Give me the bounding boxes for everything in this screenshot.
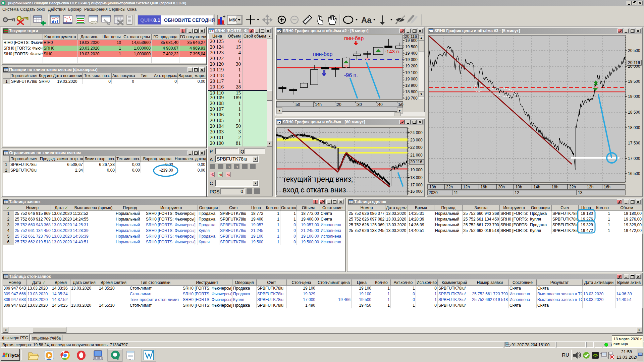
svg-text:17 000: 17 000 bbox=[628, 156, 640, 161]
svg-text:18h: 18h bbox=[552, 185, 558, 189]
svg-text::50: :50 bbox=[294, 102, 300, 107]
svg-text:23 000: 23 000 bbox=[410, 138, 423, 142]
svg-text:M60: M60 bbox=[229, 17, 237, 22]
svg-text:▼: ▼ bbox=[420, 93, 423, 96]
svg-text:12: 12 bbox=[515, 190, 520, 195]
svg-text:14h: 14h bbox=[534, 185, 540, 189]
svg-text:24 000: 24 000 bbox=[410, 130, 423, 135]
svg-text:22 000: 22 000 bbox=[410, 145, 423, 150]
svg-text:18 000: 18 000 bbox=[628, 125, 640, 130]
svg-text:12h: 12h bbox=[587, 185, 593, 189]
svg-text:-143 п.: -143 п. bbox=[385, 49, 400, 54]
svg-text:18h: 18h bbox=[429, 185, 436, 189]
svg-text:22h: 22h bbox=[569, 185, 576, 189]
svg-text:8.1: 8.1 bbox=[153, 17, 160, 23]
svg-text:ОБНОВИТЕ СЕГОДНЯ: ОБНОВИТЕ СЕГОДНЯ bbox=[164, 17, 215, 23]
svg-text:►: ► bbox=[398, 109, 401, 112]
svg-text:пин-бар: пин-бар bbox=[313, 51, 332, 57]
svg-text:18 700: 18 700 bbox=[405, 96, 418, 101]
svg-text:QUIK: QUIK bbox=[140, 17, 153, 23]
svg-text:19 200: 19 200 bbox=[405, 64, 418, 68]
svg-text:12h: 12h bbox=[463, 185, 470, 189]
svg-text::30: :30 bbox=[356, 102, 362, 107]
svg-text:18 800: 18 800 bbox=[405, 89, 418, 94]
svg-text:вход с отката вниз: вход с отката вниз bbox=[283, 186, 346, 194]
svg-text::40: :40 bbox=[377, 102, 383, 107]
svg-text:22h: 22h bbox=[446, 185, 453, 189]
svg-text:-96 п.: -96 п. bbox=[344, 72, 358, 78]
svg-text:пин-бар: пин-бар bbox=[344, 36, 364, 41]
svg-text:17 000: 17 000 bbox=[410, 183, 423, 187]
svg-text:20 116: 20 116 bbox=[410, 160, 422, 164]
svg-text:20h: 20h bbox=[498, 185, 505, 189]
svg-text:16h: 16h bbox=[481, 185, 487, 189]
svg-text:18 000: 18 000 bbox=[410, 175, 423, 180]
svg-text:17 500: 17 500 bbox=[628, 141, 640, 145]
svg-text:19 000: 19 000 bbox=[405, 77, 418, 81]
svg-text:2020: 2020 bbox=[429, 190, 438, 195]
svg-text:16 000: 16 000 bbox=[410, 189, 423, 194]
svg-text:20 116: 20 116 bbox=[628, 60, 640, 65]
svg-text:19 000: 19 000 bbox=[410, 168, 423, 172]
svg-text:19 300: 19 300 bbox=[405, 57, 418, 62]
svg-text:20 500: 20 500 bbox=[628, 48, 640, 53]
svg-text:13: 13 bbox=[578, 190, 583, 195]
svg-text:18 900: 18 900 bbox=[405, 83, 418, 88]
svg-text:21 000: 21 000 bbox=[410, 153, 423, 158]
svg-text:19 500: 19 500 bbox=[628, 79, 640, 84]
svg-text:18 500: 18 500 bbox=[628, 110, 640, 115]
svg-text:19 100: 19 100 bbox=[405, 70, 418, 75]
svg-text::20: :20 bbox=[336, 102, 341, 107]
svg-text:14h: 14h bbox=[315, 102, 322, 107]
svg-text:16 500: 16 500 bbox=[628, 171, 640, 176]
svg-text:19 000: 19 000 bbox=[628, 94, 640, 99]
svg-text:16h: 16h bbox=[604, 185, 610, 189]
svg-text:текущий тренд вниз,: текущий тренд вниз, bbox=[283, 175, 353, 183]
svg-text:10h: 10h bbox=[516, 185, 522, 189]
svg-text:19 500: 19 500 bbox=[405, 45, 418, 49]
svg-text::50: :50 bbox=[398, 102, 404, 107]
svg-text:◄: ◄ bbox=[278, 109, 281, 112]
svg-text:19 600: 19 600 bbox=[405, 38, 418, 43]
svg-text:19 400: 19 400 bbox=[405, 51, 418, 56]
svg-text:▲: ▲ bbox=[420, 36, 423, 40]
svg-text:Aa: Aa bbox=[361, 15, 372, 24]
svg-text:11: 11 bbox=[454, 190, 458, 195]
